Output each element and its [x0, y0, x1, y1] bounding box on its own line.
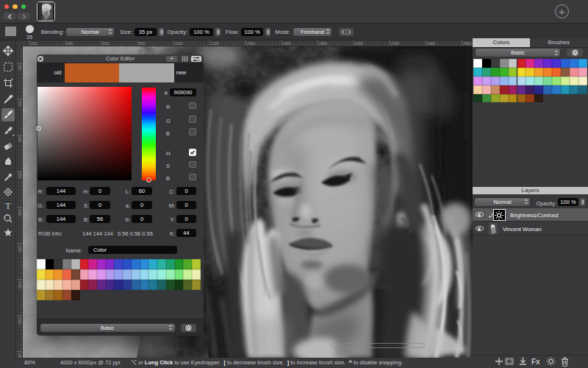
svg-text:T: T — [5, 201, 11, 211]
svg-text:Fx: Fx — [531, 358, 540, 366]
